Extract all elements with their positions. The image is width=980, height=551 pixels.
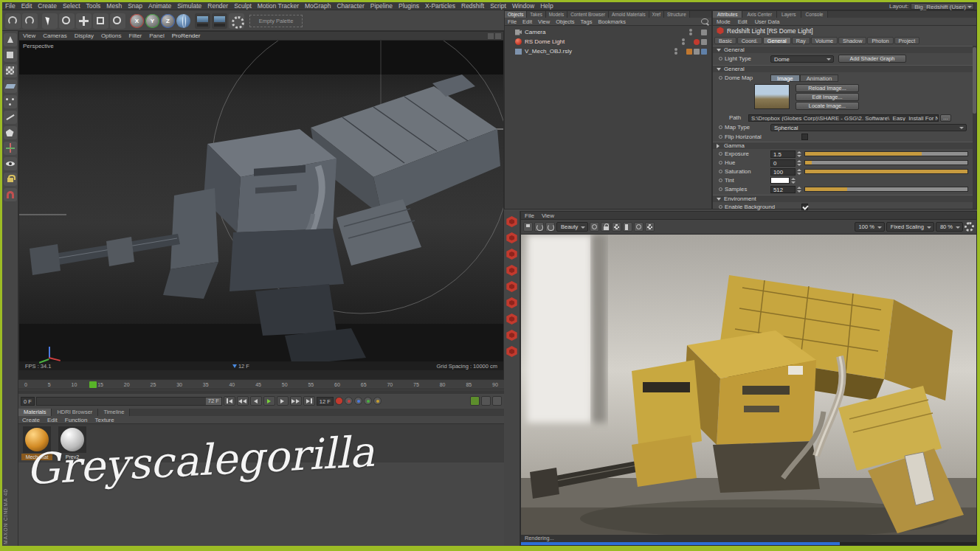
color-picker-icon[interactable] <box>634 222 643 232</box>
om-menu-bookmarks[interactable]: Bookmarks <box>595 18 629 25</box>
rv-menu-file[interactable]: File <box>521 212 538 219</box>
render-view-icon[interactable] <box>195 13 210 29</box>
om-menu-file[interactable]: File <box>505 18 520 25</box>
om-menu-edit[interactable]: Edit <box>520 18 535 25</box>
samples-slider[interactable] <box>804 187 968 192</box>
layout-dropdown[interactable]: Big_Redshift (User) <box>911 3 974 10</box>
vp-menu-options[interactable]: Options <box>97 32 125 39</box>
keyframe-rotation-button[interactable] <box>373 397 382 405</box>
menu-redshift[interactable]: Redshift <box>458 2 487 10</box>
play-button[interactable] <box>263 396 275 406</box>
om-menu-view[interactable]: View <box>535 18 553 25</box>
coordinate-system-icon[interactable] <box>176 14 190 28</box>
redshift-tool-icon-5[interactable] <box>506 281 518 292</box>
current-frame-marker[interactable] <box>89 381 97 388</box>
scale-tool-icon[interactable] <box>93 13 108 29</box>
next-key-button[interactable] <box>290 396 302 406</box>
keyframe-position-button[interactable] <box>354 397 362 405</box>
hue-spinner[interactable] <box>796 159 801 167</box>
goto-end-button[interactable] <box>303 396 315 406</box>
attab-basic[interactable]: Basic <box>714 37 736 44</box>
menu-create[interactable]: Create <box>35 2 60 10</box>
anim-dot-icon[interactable] <box>719 170 722 173</box>
checker-background-icon[interactable] <box>645 222 655 232</box>
hue-value[interactable]: 0 <box>770 159 796 167</box>
render-settings-gear-icon[interactable] <box>965 222 974 232</box>
tab-layers[interactable]: Layers <box>777 11 801 18</box>
at-menu-mode[interactable]: Mode <box>713 18 734 25</box>
previous-key-button[interactable] <box>237 396 249 406</box>
edges-mode-icon[interactable] <box>4 111 17 124</box>
vp-menu-filter[interactable]: Filter <box>125 32 145 39</box>
model-mode-icon[interactable] <box>4 49 17 62</box>
viewport-canvas[interactable]: Perspective FPS : 34.1 12 F Grid Spacing… <box>19 41 503 370</box>
menu-character[interactable]: Character <box>334 2 367 10</box>
hue-slider[interactable] <box>804 160 968 165</box>
menu-plugins[interactable]: Plugins <box>396 2 422 10</box>
live-selection-icon[interactable] <box>59 13 75 29</box>
render-canvas[interactable] <box>521 235 976 535</box>
tab-timeline[interactable]: Timeline <box>98 409 130 416</box>
animation-tab[interactable]: Animation <box>800 74 839 82</box>
exposure-slider[interactable] <box>804 151 968 156</box>
viewport-filter-icon[interactable] <box>4 157 17 170</box>
rv-menu-view[interactable]: View <box>538 212 558 219</box>
menu-simulate[interactable]: Simulate <box>174 2 204 10</box>
mat-menu-function[interactable]: Function <box>61 417 92 423</box>
render-settings-icon[interactable] <box>229 13 244 29</box>
quality-dropdown[interactable]: 80 % <box>936 222 963 232</box>
region-render-icon[interactable] <box>612 222 621 232</box>
tab-xref[interactable]: Xref <box>649 11 665 18</box>
undo-icon[interactable] <box>5 13 21 29</box>
attab-photon[interactable]: Photon <box>867 37 893 44</box>
vp-menu-cameras[interactable]: Cameras <box>39 32 70 39</box>
om-menu-objects[interactable]: Objects <box>553 18 577 25</box>
anim-dot-icon[interactable] <box>719 152 722 156</box>
menu-help[interactable]: Help <box>537 2 556 10</box>
redshift-tool-icon-6[interactable] <box>506 297 518 308</box>
tab-console[interactable]: Console <box>801 11 829 18</box>
saturation-value[interactable]: 100 <box>770 168 796 176</box>
saturation-spinner[interactable] <box>796 168 801 176</box>
vp-menu-prorender[interactable]: ProRender <box>168 32 204 39</box>
add-hud-button[interactable] <box>470 396 480 406</box>
menu-sculpt[interactable]: Sculpt <box>231 2 255 10</box>
group-environment[interactable]: Environment <box>713 195 973 202</box>
anim-dot-icon[interactable] <box>719 179 722 182</box>
om-menu-tags[interactable]: Tags <box>578 18 596 25</box>
exposure-value[interactable]: 1.5 <box>770 150 796 158</box>
goto-start-button[interactable] <box>224 396 235 406</box>
menu-script[interactable]: Script <box>487 2 509 10</box>
image-tab[interactable]: Image <box>770 74 800 82</box>
vp-menu-display[interactable]: Display <box>71 32 97 39</box>
locate-image-button[interactable]: Locate Image... <box>796 102 859 110</box>
viewport-maximize-icon[interactable] <box>488 33 494 39</box>
texture-mode-icon[interactable] <box>4 64 17 77</box>
tab-content-browser[interactable]: Content Browser <box>567 11 609 18</box>
map-type-dropdown[interactable]: Spherical <box>770 124 967 131</box>
polygons-mode-icon[interactable] <box>4 126 17 139</box>
exposure-spinner[interactable] <box>796 150 801 158</box>
attab-volume[interactable]: Volume <box>811 37 838 44</box>
tab-arnold-materials[interactable]: Arnold Materials <box>609 11 649 18</box>
redo-icon[interactable] <box>22 13 38 29</box>
visibility-dots[interactable] <box>689 29 692 35</box>
restart-render-icon[interactable] <box>534 222 544 232</box>
tab-materials[interactable]: Materials <box>18 409 52 416</box>
path-field[interactable]: S:\Dropbox (Globes Corp)\SHARE - GSG\2. … <box>748 114 939 122</box>
workplane-mode-icon[interactable] <box>4 80 17 93</box>
menu-snap[interactable]: Snap <box>125 2 145 10</box>
menu-animate[interactable]: Animate <box>145 2 174 10</box>
tab-axis-center[interactable]: Axis Center <box>742 11 777 18</box>
tab-structure[interactable]: Structure <box>664 11 690 18</box>
attribute-scrollbar[interactable] <box>973 46 976 209</box>
lock-icon[interactable] <box>4 173 17 186</box>
mat-menu-create[interactable]: Create <box>18 417 44 423</box>
saturation-slider[interactable] <box>804 169 968 174</box>
axis-lock-x-icon[interactable]: X <box>130 14 144 28</box>
mat-menu-texture[interactable]: Texture <box>92 417 118 423</box>
samples-value[interactable]: 512 <box>770 186 796 193</box>
tint-spinner[interactable] <box>790 177 796 184</box>
vp-menu-view[interactable]: View <box>19 32 39 39</box>
attab-coord[interactable]: Coord. <box>737 37 762 44</box>
